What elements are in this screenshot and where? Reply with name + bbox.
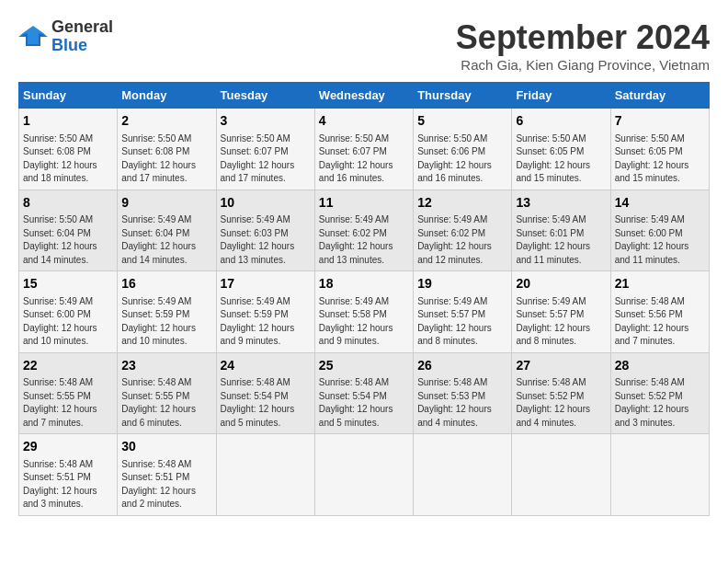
- calendar-cell: 27Sunrise: 5:48 AM Sunset: 5:52 PM Dayli…: [512, 352, 610, 434]
- day-number: 14: [615, 194, 705, 213]
- calendar-cell: 30Sunrise: 5:48 AM Sunset: 5:51 PM Dayli…: [118, 434, 216, 516]
- day-info: Sunrise: 5:49 AM Sunset: 5:57 PM Dayligh…: [417, 295, 507, 349]
- calendar-cell: 13Sunrise: 5:49 AM Sunset: 6:01 PM Dayli…: [512, 190, 610, 271]
- day-info: Sunrise: 5:49 AM Sunset: 5:58 PM Dayligh…: [319, 295, 409, 349]
- day-info: Sunrise: 5:48 AM Sunset: 5:56 PM Dayligh…: [615, 295, 705, 349]
- header-saturday: Saturday: [610, 83, 709, 109]
- header-thursday: Thursday: [414, 83, 512, 109]
- day-number: 29: [23, 438, 113, 456]
- day-info: Sunrise: 5:49 AM Sunset: 5:57 PM Dayligh…: [516, 295, 606, 349]
- day-number: 6: [516, 112, 606, 131]
- calendar-cell: [216, 434, 314, 516]
- day-number: 28: [615, 357, 705, 375]
- logo-bird-icon: [18, 24, 48, 50]
- day-info: Sunrise: 5:48 AM Sunset: 5:55 PM Dayligh…: [23, 376, 113, 430]
- calendar-cell: 18Sunrise: 5:49 AM Sunset: 5:58 PM Dayli…: [314, 271, 413, 353]
- day-info: Sunrise: 5:49 AM Sunset: 5:59 PM Dayligh…: [121, 295, 211, 349]
- calendar-cell: 10Sunrise: 5:49 AM Sunset: 6:03 PM Dayli…: [216, 190, 314, 271]
- day-info: Sunrise: 5:49 AM Sunset: 6:00 PM Dayligh…: [23, 295, 113, 349]
- day-info: Sunrise: 5:50 AM Sunset: 6:04 PM Dayligh…: [23, 213, 113, 267]
- title-area: September 2024 Rach Gia, Kien Giang Prov…: [456, 18, 710, 73]
- calendar-cell: 24Sunrise: 5:48 AM Sunset: 5:54 PM Dayli…: [216, 352, 314, 434]
- calendar-cell: 19Sunrise: 5:49 AM Sunset: 5:57 PM Dayli…: [414, 271, 512, 353]
- calendar-cell: 20Sunrise: 5:49 AM Sunset: 5:57 PM Dayli…: [512, 271, 610, 353]
- calendar-cell: 14Sunrise: 5:49 AM Sunset: 6:00 PM Dayli…: [610, 190, 709, 271]
- day-info: Sunrise: 5:48 AM Sunset: 5:51 PM Dayligh…: [121, 458, 211, 511]
- logo-text: General Blue: [51, 18, 113, 55]
- calendar-cell: 15Sunrise: 5:49 AM Sunset: 6:00 PM Dayli…: [19, 271, 118, 353]
- calendar-cell: 9Sunrise: 5:49 AM Sunset: 6:04 PM Daylig…: [118, 190, 216, 271]
- day-info: Sunrise: 5:50 AM Sunset: 6:05 PM Dayligh…: [615, 132, 705, 186]
- calendar-cell: 23Sunrise: 5:48 AM Sunset: 5:55 PM Dayli…: [118, 352, 216, 434]
- day-number: 27: [516, 357, 606, 375]
- day-info: Sunrise: 5:48 AM Sunset: 5:52 PM Dayligh…: [615, 376, 705, 430]
- header-friday: Friday: [512, 83, 610, 109]
- day-number: 18: [319, 275, 409, 293]
- logo: General Blue: [18, 18, 113, 55]
- calendar-cell: 12Sunrise: 5:49 AM Sunset: 6:02 PM Dayli…: [414, 190, 512, 271]
- day-number: 30: [121, 438, 211, 456]
- calendar-cell: 29Sunrise: 5:48 AM Sunset: 5:51 PM Dayli…: [19, 434, 118, 516]
- calendar-cell: 3Sunrise: 5:50 AM Sunset: 6:07 PM Daylig…: [216, 109, 314, 190]
- day-info: Sunrise: 5:50 AM Sunset: 6:07 PM Dayligh…: [319, 132, 409, 186]
- calendar-cell: 1Sunrise: 5:50 AM Sunset: 6:08 PM Daylig…: [19, 109, 118, 190]
- calendar-week-row: 8Sunrise: 5:50 AM Sunset: 6:04 PM Daylig…: [19, 190, 710, 271]
- calendar-header: Sunday Monday Tuesday Wednesday Thursday…: [19, 83, 710, 109]
- day-number: 15: [23, 275, 113, 293]
- day-info: Sunrise: 5:49 AM Sunset: 6:01 PM Dayligh…: [516, 213, 606, 267]
- day-number: 21: [615, 275, 705, 293]
- day-info: Sunrise: 5:50 AM Sunset: 6:07 PM Dayligh…: [221, 132, 311, 186]
- calendar-cell: 2Sunrise: 5:50 AM Sunset: 6:08 PM Daylig…: [118, 109, 216, 190]
- day-info: Sunrise: 5:50 AM Sunset: 6:06 PM Dayligh…: [417, 132, 507, 186]
- location-title: Rach Gia, Kien Giang Province, Vietnam: [456, 57, 710, 73]
- page-header: General Blue September 2024 Rach Gia, Ki…: [18, 18, 710, 73]
- day-number: 20: [516, 275, 606, 293]
- header-sunday: Sunday: [19, 83, 118, 109]
- header-wednesday: Wednesday: [314, 83, 413, 109]
- day-number: 10: [221, 194, 311, 213]
- day-info: Sunrise: 5:49 AM Sunset: 5:59 PM Dayligh…: [221, 295, 311, 349]
- day-number: 24: [221, 357, 311, 375]
- day-info: Sunrise: 5:48 AM Sunset: 5:55 PM Dayligh…: [121, 376, 211, 430]
- calendar-cell: 5Sunrise: 5:50 AM Sunset: 6:06 PM Daylig…: [414, 109, 512, 190]
- day-number: 23: [121, 357, 211, 375]
- day-number: 5: [417, 112, 507, 131]
- calendar-cell: 21Sunrise: 5:48 AM Sunset: 5:56 PM Dayli…: [610, 271, 709, 353]
- day-number: 4: [319, 112, 409, 131]
- calendar-cell: 11Sunrise: 5:49 AM Sunset: 6:02 PM Dayli…: [314, 190, 413, 271]
- day-number: 22: [23, 357, 113, 375]
- day-number: 9: [121, 194, 211, 213]
- header-tuesday: Tuesday: [216, 83, 314, 109]
- day-info: Sunrise: 5:48 AM Sunset: 5:53 PM Dayligh…: [417, 376, 507, 430]
- calendar-cell: [314, 434, 413, 516]
- calendar-cell: 22Sunrise: 5:48 AM Sunset: 5:55 PM Dayli…: [19, 352, 118, 434]
- day-number: 3: [221, 112, 311, 131]
- header-monday: Monday: [118, 83, 216, 109]
- day-number: 26: [417, 357, 507, 375]
- day-info: Sunrise: 5:48 AM Sunset: 5:52 PM Dayligh…: [516, 376, 606, 430]
- day-info: Sunrise: 5:49 AM Sunset: 6:04 PM Dayligh…: [121, 213, 211, 267]
- calendar-week-row: 29Sunrise: 5:48 AM Sunset: 5:51 PM Dayli…: [19, 434, 710, 516]
- calendar-cell: 16Sunrise: 5:49 AM Sunset: 5:59 PM Dayli…: [118, 271, 216, 353]
- calendar-body: 1Sunrise: 5:50 AM Sunset: 6:08 PM Daylig…: [19, 109, 710, 516]
- day-info: Sunrise: 5:50 AM Sunset: 6:08 PM Dayligh…: [23, 132, 113, 186]
- day-number: 17: [221, 275, 311, 293]
- calendar-table: Sunday Monday Tuesday Wednesday Thursday…: [18, 82, 710, 516]
- day-number: 25: [319, 357, 409, 375]
- calendar-cell: 8Sunrise: 5:50 AM Sunset: 6:04 PM Daylig…: [19, 190, 118, 271]
- day-info: Sunrise: 5:49 AM Sunset: 6:00 PM Dayligh…: [615, 213, 705, 267]
- day-info: Sunrise: 5:48 AM Sunset: 5:54 PM Dayligh…: [319, 376, 409, 430]
- calendar-cell: 7Sunrise: 5:50 AM Sunset: 6:05 PM Daylig…: [610, 109, 709, 190]
- calendar-cell: 4Sunrise: 5:50 AM Sunset: 6:07 PM Daylig…: [314, 109, 413, 190]
- day-number: 1: [23, 112, 113, 131]
- calendar-cell: 28Sunrise: 5:48 AM Sunset: 5:52 PM Dayli…: [610, 352, 709, 434]
- day-info: Sunrise: 5:49 AM Sunset: 6:02 PM Dayligh…: [417, 213, 507, 267]
- calendar-cell: 6Sunrise: 5:50 AM Sunset: 6:05 PM Daylig…: [512, 109, 610, 190]
- day-number: 13: [516, 194, 606, 213]
- day-number: 8: [23, 194, 113, 213]
- calendar-week-row: 1Sunrise: 5:50 AM Sunset: 6:08 PM Daylig…: [19, 109, 710, 190]
- calendar-cell: [414, 434, 512, 516]
- day-number: 16: [121, 275, 211, 293]
- calendar-week-row: 22Sunrise: 5:48 AM Sunset: 5:55 PM Dayli…: [19, 352, 710, 434]
- day-info: Sunrise: 5:50 AM Sunset: 6:08 PM Dayligh…: [121, 132, 211, 186]
